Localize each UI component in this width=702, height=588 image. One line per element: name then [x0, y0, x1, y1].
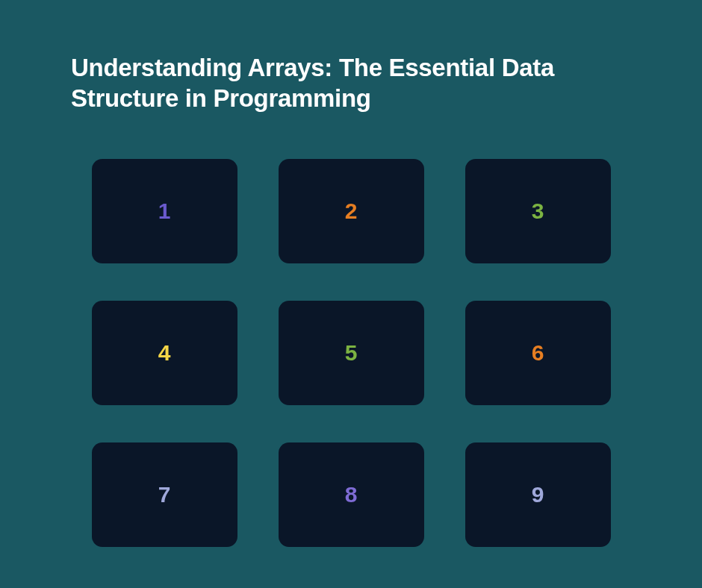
array-cell: 8 [279, 442, 424, 547]
array-cell: 7 [92, 442, 237, 547]
array-cell: 5 [279, 301, 424, 405]
array-cell: 2 [279, 159, 424, 263]
array-grid: 1 2 3 4 5 6 7 8 9 [71, 159, 631, 547]
array-cell: 3 [465, 159, 611, 263]
page-title: Understanding Arrays: The Essential Data… [71, 52, 631, 114]
array-cell: 1 [92, 159, 237, 263]
array-cell: 6 [465, 301, 611, 405]
array-cell: 4 [92, 301, 237, 405]
array-cell: 9 [465, 442, 611, 547]
